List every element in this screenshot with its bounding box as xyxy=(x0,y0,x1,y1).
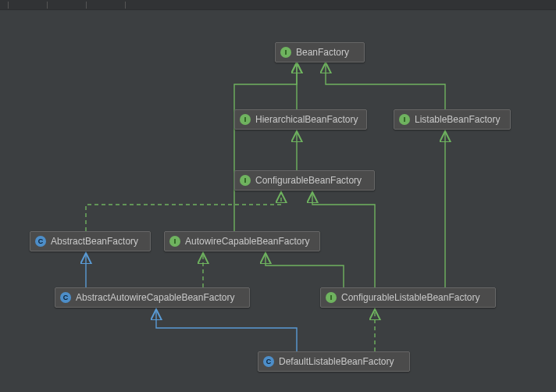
class-icon: C xyxy=(263,356,274,367)
node-label: ListableBeanFactory xyxy=(415,114,500,125)
node-hierarchical-bean-factory[interactable]: I HierarchicalBeanFactory xyxy=(234,109,367,130)
class-icon: C xyxy=(35,236,46,247)
class-icon: C xyxy=(60,292,71,303)
node-label: AbstractAutowireCapableBeanFactory xyxy=(76,292,234,303)
interface-icon: I xyxy=(240,175,251,186)
node-label: ConfigurableBeanFactory xyxy=(255,175,362,186)
interface-icon: I xyxy=(240,114,251,125)
interface-icon: I xyxy=(399,114,410,125)
node-abstract-bean-factory[interactable]: C AbstractBeanFactory xyxy=(30,231,151,251)
node-label: BeanFactory xyxy=(296,47,349,58)
node-configurable-listable-bean-factory[interactable]: I ConfigurableListableBeanFactory xyxy=(320,287,496,308)
node-label: HierarchicalBeanFactory xyxy=(255,114,358,125)
interface-icon: I xyxy=(280,47,291,58)
node-bean-factory[interactable]: I BeanFactory xyxy=(275,42,365,62)
node-listable-bean-factory[interactable]: I ListableBeanFactory xyxy=(394,109,511,130)
node-autowire-capable-bean-factory[interactable]: I AutowireCapableBeanFactory xyxy=(164,231,320,251)
node-label: AutowireCapableBeanFactory xyxy=(185,236,309,247)
node-label: ConfigurableListableBeanFactory xyxy=(341,292,479,303)
interface-icon: I xyxy=(169,236,180,247)
diagram-canvas: I BeanFactory I HierarchicalBeanFactory … xyxy=(0,0,556,392)
interface-icon: I xyxy=(326,292,337,303)
node-label: DefaultListableBeanFactory xyxy=(279,356,394,367)
node-default-listable-bean-factory[interactable]: C DefaultListableBeanFactory xyxy=(258,351,410,372)
node-abstract-autowire-capable-bean-factory[interactable]: C AbstractAutowireCapableBeanFactory xyxy=(55,287,250,308)
node-label: AbstractBeanFactory xyxy=(51,236,138,247)
ruler-strip xyxy=(0,0,556,10)
node-configurable-bean-factory[interactable]: I ConfigurableBeanFactory xyxy=(234,170,375,191)
